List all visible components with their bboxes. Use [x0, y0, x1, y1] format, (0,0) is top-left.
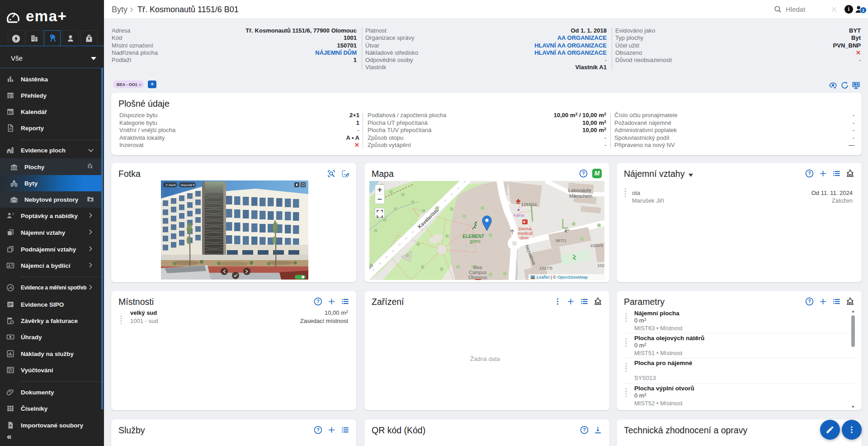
svg-text:Adina: Adina [513, 213, 524, 218]
svg-text:?: ? [808, 171, 811, 176]
svg-text:Laboratoře: Laboratoře [568, 188, 591, 193]
svg-text:?: ? [316, 427, 320, 432]
svg-text:gyms: gyms [470, 239, 481, 244]
svg-text:1027/5: 1027/5 [539, 266, 552, 270]
svg-text:?: ? [316, 299, 320, 304]
svg-text:?: ? [582, 171, 585, 176]
svg-text:Nepoužiji ▾: Nepoužiji ▾ [181, 183, 195, 186]
svg-text:?: ? [583, 427, 586, 432]
svg-text:clinic: clinic [519, 235, 529, 240]
svg-text:Mikrochem: Mikrochem [569, 193, 593, 199]
svg-text:1029/9: 1029/9 [590, 243, 603, 248]
svg-text:?: ? [808, 299, 811, 304]
svg-text:102: 102 [597, 263, 604, 268]
svg-text:?: ? [12, 213, 14, 216]
svg-text:ELEMENT: ELEMENT [462, 234, 485, 239]
svg-text:987/1: 987/1 [556, 238, 566, 243]
svg-text:Leaflet | © OpenStreetMap: Leaflet | © OpenStreetMap [537, 275, 588, 280]
svg-text:✕ Zavřít: ✕ Zavřít [165, 183, 176, 186]
svg-text:1293/2a: 1293/2a [521, 202, 537, 207]
